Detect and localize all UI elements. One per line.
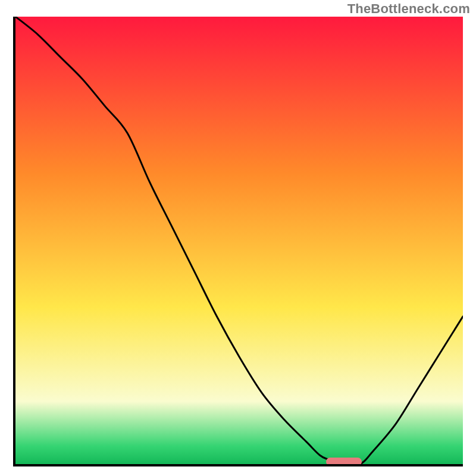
chart-container: TheBottleneck.com (0, 0, 476, 476)
plot-area (13, 17, 463, 466)
watermark-label: TheBottleneck.com (347, 1, 470, 17)
bottleneck-curve (15, 17, 463, 464)
optimal-range-marker (326, 458, 362, 466)
